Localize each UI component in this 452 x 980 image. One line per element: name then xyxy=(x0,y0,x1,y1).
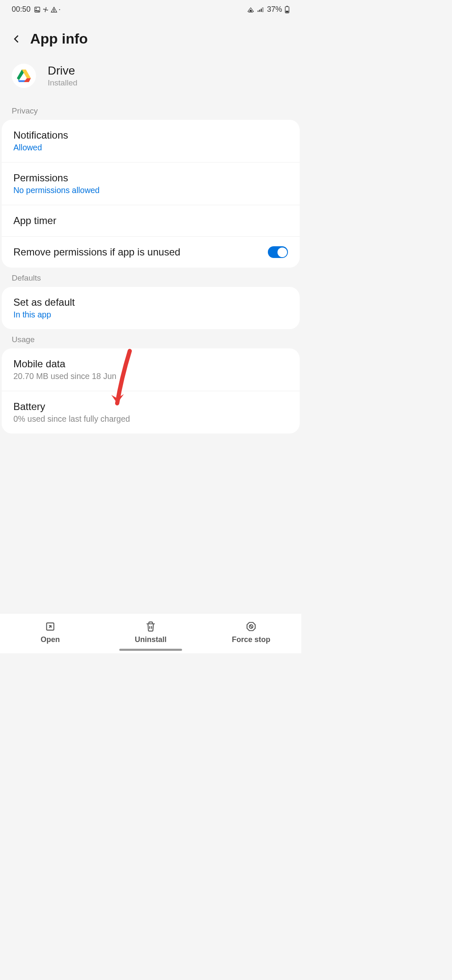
battery-item[interactable]: Battery 0% used since last fully charged xyxy=(2,391,300,433)
image-icon xyxy=(34,6,41,13)
privacy-card: Notifications Allowed Permissions No per… xyxy=(2,120,300,268)
notifications-item[interactable]: Notifications Allowed xyxy=(2,120,300,162)
battery-percent: 37% xyxy=(267,5,282,14)
mobile-data-title: Mobile data xyxy=(13,358,288,370)
svg-rect-6 xyxy=(261,8,262,12)
home-indicator[interactable] xyxy=(119,649,182,651)
svg-point-1 xyxy=(36,8,37,9)
remove-permissions-toggle[interactable] xyxy=(268,246,288,258)
svg-rect-10 xyxy=(286,10,288,12)
set-default-subtitle: In this app xyxy=(13,310,288,320)
app-section[interactable]: Drive Installed xyxy=(0,55,301,101)
battery-icon xyxy=(285,6,290,13)
notifications-title: Notifications xyxy=(13,129,288,141)
mobile-data-item[interactable]: Mobile data 20.70 MB used since 18 Jun xyxy=(2,348,300,391)
page-title: App info xyxy=(30,31,88,47)
toggle-knob xyxy=(277,248,287,257)
svg-text:!: ! xyxy=(54,9,54,12)
status-icons-left: ! • xyxy=(34,6,60,13)
usage-card: Mobile data 20.70 MB used since 18 Jun B… xyxy=(2,348,300,433)
force-stop-label: Force stop xyxy=(232,635,270,644)
svg-rect-7 xyxy=(262,8,263,12)
app-status: Installed xyxy=(48,78,77,88)
triangle-icon: ! xyxy=(51,6,57,13)
remove-permissions-item[interactable]: Remove permissions if app is unused xyxy=(2,237,300,268)
back-icon[interactable] xyxy=(12,33,22,45)
app-details: Drive Installed xyxy=(48,64,77,88)
wifi-icon xyxy=(247,7,254,13)
svg-rect-4 xyxy=(257,10,258,12)
mobile-data-subtitle: 20.70 MB used since 18 Jun xyxy=(13,371,288,381)
remove-permissions-title: Remove permissions if app is unused xyxy=(13,246,268,258)
permissions-subtitle: No permissions allowed xyxy=(13,186,288,195)
scroll-content[interactable]: App info Drive Installed Privacy Notific… xyxy=(0,19,301,599)
open-icon xyxy=(45,621,56,632)
open-label: Open xyxy=(41,635,60,644)
svg-point-2 xyxy=(45,9,46,10)
battery-title: Battery xyxy=(13,401,288,413)
permissions-title: Permissions xyxy=(13,172,288,184)
svg-rect-9 xyxy=(286,6,288,7)
signal-icon xyxy=(257,7,265,13)
status-left: 00:50 ! • xyxy=(12,5,60,14)
force-stop-button[interactable]: Force stop xyxy=(201,621,301,644)
svg-rect-5 xyxy=(259,10,260,12)
section-label-privacy: Privacy xyxy=(0,101,301,120)
app-timer-item[interactable]: App timer xyxy=(2,205,300,237)
status-bar: 00:50 ! • 37% xyxy=(0,0,301,19)
uninstall-button[interactable]: Uninstall xyxy=(100,621,201,644)
stop-icon xyxy=(246,621,257,632)
app-name: Drive xyxy=(48,64,77,77)
defaults-card: Set as default In this app xyxy=(2,287,300,329)
permissions-item[interactable]: Permissions No permissions allowed xyxy=(2,162,300,205)
bottom-bar: Open Uninstall Force stop xyxy=(0,613,301,653)
trash-icon xyxy=(145,621,156,632)
notifications-subtitle: Allowed xyxy=(13,143,288,152)
section-label-usage: Usage xyxy=(0,329,301,348)
uninstall-label: Uninstall xyxy=(135,635,167,644)
set-default-title: Set as default xyxy=(13,297,288,308)
app-timer-title: App timer xyxy=(13,215,288,227)
drive-app-icon xyxy=(12,64,36,88)
set-default-item[interactable]: Set as default In this app xyxy=(2,287,300,329)
header: App info xyxy=(0,19,301,55)
battery-subtitle: 0% used since last fully charged xyxy=(13,414,288,424)
section-label-defaults: Defaults xyxy=(0,268,301,287)
status-time: 00:50 xyxy=(12,5,31,14)
fan-icon xyxy=(42,6,49,13)
status-right: 37% xyxy=(247,5,290,14)
open-button[interactable]: Open xyxy=(0,621,100,644)
